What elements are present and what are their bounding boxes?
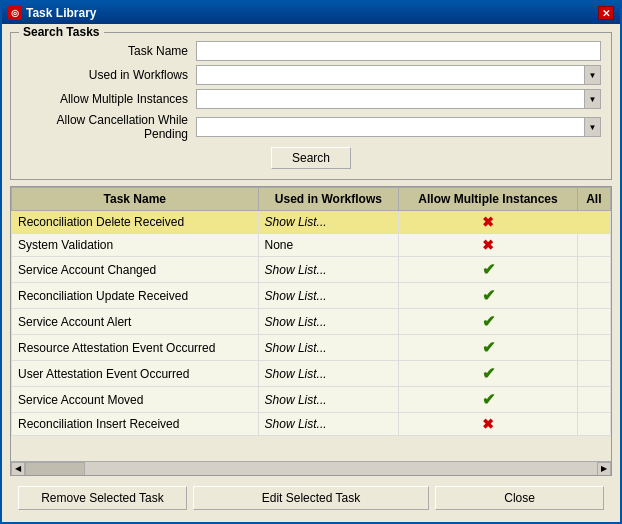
- cell-task-name: Service Account Moved: [12, 387, 259, 413]
- checkmark-icon: ✔: [482, 287, 495, 304]
- cross-icon: ✖: [482, 237, 494, 253]
- used-in-workflows-select-wrapper: Yes No ▼: [196, 65, 601, 85]
- cell-used-in-workflows: Show List...: [258, 283, 399, 309]
- app-icon: ◎: [8, 6, 22, 20]
- allow-multiple-row: Allow Multiple Instances Yes No ▼: [21, 89, 601, 109]
- checkmark-icon: ✔: [482, 365, 495, 382]
- scroll-thumb[interactable]: [25, 462, 85, 476]
- cell-allow-cancel: [577, 413, 610, 436]
- cell-allow-multiple: ✔: [399, 283, 577, 309]
- cell-used-in-workflows: Show List...: [258, 211, 399, 234]
- table-row[interactable]: Reconciliation Insert ReceivedShow List.…: [12, 413, 611, 436]
- col-allow-cancel: All: [577, 188, 610, 211]
- allow-cancel-label: Allow Cancellation While Pending: [21, 113, 196, 141]
- window-close-button[interactable]: ✕: [598, 6, 614, 20]
- results-table-container: Task Name Used in Workflows Allow Multip…: [10, 186, 612, 476]
- cell-task-name: System Validation: [12, 234, 259, 257]
- table-row[interactable]: User Attestation Event OccurredShow List…: [12, 361, 611, 387]
- col-task-name: Task Name: [12, 188, 259, 211]
- window-title: Task Library: [26, 6, 96, 20]
- allow-multiple-select-wrapper: Yes No ▼: [196, 89, 601, 109]
- scroll-track[interactable]: [25, 462, 597, 476]
- cell-allow-multiple: ✔: [399, 257, 577, 283]
- table-wrapper[interactable]: Task Name Used in Workflows Allow Multip…: [11, 187, 611, 461]
- cell-allow-cancel: [577, 211, 610, 234]
- cell-task-name: Resource Attestation Event Occurred: [12, 335, 259, 361]
- allow-cancel-select-wrapper: Yes No ▼: [196, 117, 601, 137]
- col-allow-multiple: Allow Multiple Instances: [399, 188, 577, 211]
- search-group: Search Tasks Task Name Used in Workflows…: [10, 32, 612, 180]
- cell-allow-cancel: [577, 361, 610, 387]
- cell-task-name: User Attestation Event Occurred: [12, 361, 259, 387]
- used-in-workflows-row: Used in Workflows Yes No ▼: [21, 65, 601, 85]
- search-button-row: Search: [21, 147, 601, 169]
- scroll-right-button[interactable]: ▶: [597, 462, 611, 476]
- cell-used-in-workflows: Show List...: [258, 309, 399, 335]
- task-name-label: Task Name: [21, 44, 196, 58]
- table-header-row: Task Name Used in Workflows Allow Multip…: [12, 188, 611, 211]
- search-button[interactable]: Search: [271, 147, 351, 169]
- cell-allow-cancel: [577, 335, 610, 361]
- allow-multiple-label: Allow Multiple Instances: [21, 92, 196, 106]
- cell-allow-multiple: ✖: [399, 211, 577, 234]
- scroll-left-button[interactable]: ◀: [11, 462, 25, 476]
- cell-allow-multiple: ✖: [399, 234, 577, 257]
- title-bar-left: ◎ Task Library: [8, 6, 96, 20]
- cell-allow-cancel: [577, 234, 610, 257]
- horizontal-scrollbar[interactable]: ◀ ▶: [11, 461, 611, 475]
- cell-allow-cancel: [577, 257, 610, 283]
- checkmark-icon: ✔: [482, 261, 495, 278]
- table-row[interactable]: Service Account MovedShow List...✔: [12, 387, 611, 413]
- cell-task-name: Reconciliation Delete Received: [12, 211, 259, 234]
- cell-task-name: Service Account Alert: [12, 309, 259, 335]
- cell-allow-multiple: ✖: [399, 413, 577, 436]
- allow-multiple-select[interactable]: Yes No: [196, 89, 601, 109]
- cross-icon: ✖: [482, 214, 494, 230]
- checkmark-icon: ✔: [482, 339, 495, 356]
- cell-used-in-workflows: None: [258, 234, 399, 257]
- table-row[interactable]: Reconciliation Update ReceivedShow List.…: [12, 283, 611, 309]
- table-row[interactable]: Reconciliation Delete ReceivedShow List.…: [12, 211, 611, 234]
- cell-task-name: Reconciliation Insert Received: [12, 413, 259, 436]
- allow-cancel-row: Allow Cancellation While Pending Yes No …: [21, 113, 601, 141]
- table-row[interactable]: Service Account AlertShow List...✔: [12, 309, 611, 335]
- cell-task-name: Reconciliation Update Received: [12, 283, 259, 309]
- cross-icon: ✖: [482, 416, 494, 432]
- edit-selected-task-button[interactable]: Edit Selected Task: [193, 486, 429, 510]
- cell-allow-cancel: [577, 283, 610, 309]
- results-table: Task Name Used in Workflows Allow Multip…: [11, 187, 611, 436]
- cell-used-in-workflows: Show List...: [258, 413, 399, 436]
- cell-used-in-workflows: Show List...: [258, 361, 399, 387]
- task-library-window: ◎ Task Library ✕ Search Tasks Task Name …: [0, 0, 622, 524]
- cell-allow-multiple: ✔: [399, 309, 577, 335]
- window-content: Search Tasks Task Name Used in Workflows…: [2, 24, 620, 522]
- task-name-row: Task Name: [21, 41, 601, 61]
- search-group-legend: Search Tasks: [19, 25, 104, 39]
- col-used-in-workflows: Used in Workflows: [258, 188, 399, 211]
- cell-allow-multiple: ✔: [399, 335, 577, 361]
- used-in-workflows-label: Used in Workflows: [21, 68, 196, 82]
- used-in-workflows-select[interactable]: Yes No: [196, 65, 601, 85]
- close-button[interactable]: Close: [435, 486, 604, 510]
- cell-allow-multiple: ✔: [399, 361, 577, 387]
- cell-allow-cancel: [577, 387, 610, 413]
- checkmark-icon: ✔: [482, 391, 495, 408]
- cell-task-name: Service Account Changed: [12, 257, 259, 283]
- table-row[interactable]: Resource Attestation Event OccurredShow …: [12, 335, 611, 361]
- remove-selected-task-button[interactable]: Remove Selected Task: [18, 486, 187, 510]
- cell-used-in-workflows: Show List...: [258, 257, 399, 283]
- table-row[interactable]: System ValidationNone✖: [12, 234, 611, 257]
- cell-allow-cancel: [577, 309, 610, 335]
- bottom-button-bar: Remove Selected Task Edit Selected Task …: [10, 482, 612, 514]
- cell-allow-multiple: ✔: [399, 387, 577, 413]
- title-bar: ◎ Task Library ✕: [2, 2, 620, 24]
- cell-used-in-workflows: Show List...: [258, 387, 399, 413]
- allow-cancel-select[interactable]: Yes No: [196, 117, 601, 137]
- table-row[interactable]: Service Account ChangedShow List...✔: [12, 257, 611, 283]
- checkmark-icon: ✔: [482, 313, 495, 330]
- cell-used-in-workflows: Show List...: [258, 335, 399, 361]
- task-name-input[interactable]: [196, 41, 601, 61]
